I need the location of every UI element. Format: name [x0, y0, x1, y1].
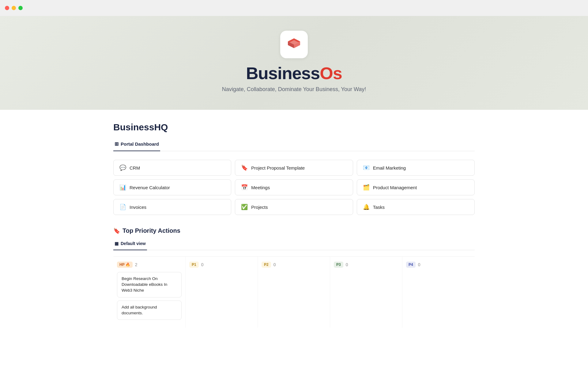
kanban-card-1-text: Begin Research On Downloadable eBooks In… [122, 276, 167, 293]
shortcuts-grid: 💬 CRM 🔖 Project Proposal Template 📧 Emai… [113, 160, 475, 215]
tab-portal-dashboard[interactable]: ⊞ Portal Dashboard [113, 139, 160, 151]
priority-tabs: ▦ Default view [113, 239, 475, 250]
shortcut-revenue-calculator[interactable]: 📊 Revenue Calculator [113, 179, 231, 195]
kanban-col-p2: P2 0 [258, 257, 330, 328]
shortcut-email-marketing[interactable]: 📧 Email Marketing [357, 160, 475, 176]
kanban-col-hp-header: HP 🔥 2 [117, 262, 182, 268]
hero-banner: BusinessOs Navigate, Collaborate, Domina… [0, 16, 588, 110]
maximize-button[interactable] [18, 6, 23, 10]
shortcut-tasks[interactable]: 🔔 Tasks [357, 199, 475, 215]
tab-portal-dashboard-label: Portal Dashboard [121, 141, 159, 147]
hero-title-dark: Business [246, 63, 320, 83]
default-view-icon: ▦ [115, 241, 119, 246]
priority-section-title: Top Priority Actions [123, 227, 180, 234]
kanban-count-hp: 2 [135, 262, 138, 267]
page-title: BusinessHQ [113, 122, 475, 132]
kanban-col-p1-header: P1 0 [189, 262, 254, 268]
main-tabs: ⊞ Portal Dashboard [113, 139, 475, 151]
tasks-icon: 🔔 [363, 204, 370, 210]
kanban-count-p1: 0 [201, 262, 204, 267]
logo-container [280, 31, 308, 58]
kanban-col-hp: HP 🔥 2 Begin Research On Downloadable eB… [113, 257, 186, 328]
kanban-col-p3-header: P3 0 [334, 262, 398, 268]
kanban-count-p2: 0 [273, 262, 276, 267]
priority-badge-p3: P3 [334, 262, 343, 268]
hero-title: BusinessOs [246, 63, 342, 83]
email-marketing-label: Email Marketing [373, 165, 406, 171]
shortcut-project-proposal[interactable]: 🔖 Project Proposal Template [235, 160, 353, 176]
meetings-icon: 📅 [241, 184, 248, 191]
revenue-calculator-icon: 📊 [119, 184, 126, 191]
portal-dashboard-icon: ⊞ [115, 141, 119, 147]
product-management-icon: 🗂️ [363, 184, 370, 191]
kanban-col-p3: P3 0 [330, 257, 402, 328]
crm-label: CRM [130, 165, 140, 171]
invoices-label: Invoices [130, 205, 146, 210]
kanban-card-2-text: Add all background documents. [122, 305, 157, 315]
shortcut-projects[interactable]: ✅ Projects [235, 199, 353, 215]
close-button[interactable] [5, 6, 9, 10]
kanban-card-2[interactable]: Add all background documents. [117, 301, 182, 320]
hero-subtitle: Navigate, Collaborate, Dominate Your Bus… [222, 86, 366, 93]
kanban-count-p4: 0 [418, 262, 420, 267]
tasks-label: Tasks [373, 205, 385, 210]
invoices-icon: 📄 [119, 204, 126, 210]
project-proposal-label: Project Proposal Template [251, 165, 305, 171]
priority-section-icon: 🔖 [113, 228, 120, 234]
logo-icon [286, 36, 302, 53]
kanban-col-p2-header: P2 0 [262, 262, 326, 268]
default-view-label: Default view [121, 241, 146, 246]
product-management-label: Product Management [373, 185, 417, 190]
priority-badge-p2: P2 [262, 262, 271, 268]
kanban-board: HP 🔥 2 Begin Research On Downloadable eB… [113, 256, 475, 328]
kanban-col-p4: P4 0 [402, 257, 475, 328]
shortcut-meetings[interactable]: 📅 Meetings [235, 179, 353, 195]
titlebar [0, 0, 588, 16]
minimize-button[interactable] [12, 6, 16, 10]
main-content: BusinessHQ ⊞ Portal Dashboard 💬 CRM 🔖 Pr… [95, 110, 493, 346]
email-marketing-icon: 📧 [363, 164, 370, 171]
kanban-count-p3: 0 [346, 262, 348, 267]
meetings-label: Meetings [251, 185, 270, 190]
kanban-col-p4-header: P4 0 [406, 262, 471, 268]
priority-badge-hp: HP 🔥 [117, 262, 133, 268]
shortcut-product-management[interactable]: 🗂️ Product Management [357, 179, 475, 195]
section-heading-priority: 🔖 Top Priority Actions [113, 227, 475, 234]
priority-badge-p4: P4 [406, 262, 416, 268]
shortcut-crm[interactable]: 💬 CRM [113, 160, 231, 176]
revenue-calculator-label: Revenue Calculator [130, 185, 170, 190]
kanban-card-1[interactable]: Begin Research On Downloadable eBooks In… [117, 272, 182, 297]
crm-icon: 💬 [119, 164, 126, 171]
projects-icon: ✅ [241, 204, 248, 210]
shortcut-invoices[interactable]: 📄 Invoices [113, 199, 231, 215]
priority-badge-p1: P1 [189, 262, 199, 268]
projects-label: Projects [251, 205, 268, 210]
hero-title-red: Os [320, 63, 342, 83]
priority-tab-default-view[interactable]: ▦ Default view [113, 239, 147, 250]
kanban-col-p1: P1 0 [186, 257, 258, 328]
project-proposal-icon: 🔖 [241, 164, 248, 171]
